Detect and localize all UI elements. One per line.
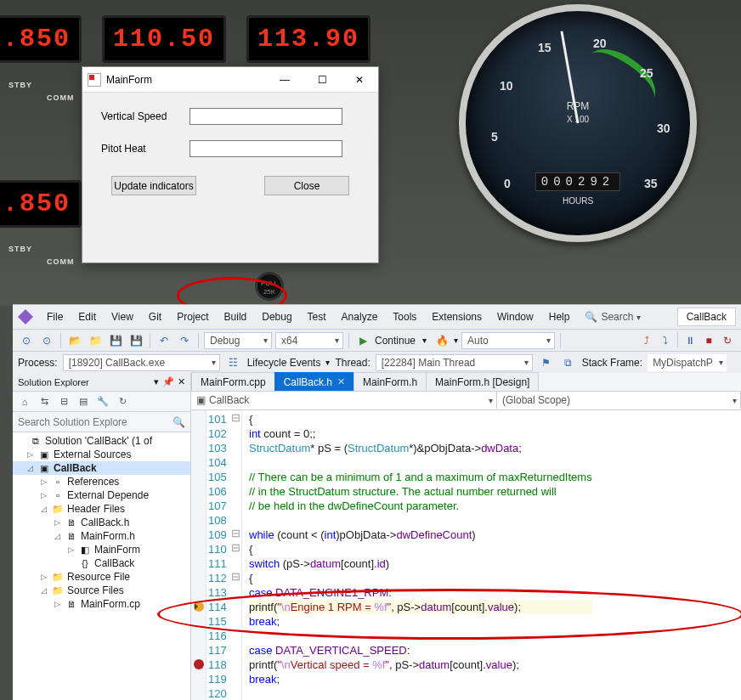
lifecycle-label[interactable]: Lifecycle Events: [247, 357, 321, 369]
menu-file[interactable]: File: [40, 308, 70, 326]
sync-icon[interactable]: ⇆: [36, 393, 53, 410]
solution-search-input[interactable]: [18, 416, 173, 428]
close-button[interactable]: Close: [264, 176, 349, 195]
platform-combo[interactable]: x64: [275, 332, 343, 349]
pitot-heat-input[interactable]: [189, 140, 342, 157]
step-over-icon[interactable]: ⤵: [657, 332, 674, 349]
code-line[interactable]: {: [249, 412, 592, 426]
code-line[interactable]: int count = 0;;: [249, 426, 592, 441]
pane-close-icon[interactable]: ✕: [178, 376, 185, 387]
code-line[interactable]: [249, 513, 592, 528]
code-line[interactable]: case DATA_VERTICAL_SPEED:: [249, 643, 592, 658]
solution-tree[interactable]: ⧉Solution 'CallBack' (1 of ▷▣External So…: [13, 432, 190, 700]
stackframe-combo[interactable]: MyDispatchP: [648, 354, 727, 371]
menu-build[interactable]: Build: [218, 308, 254, 326]
code-line[interactable]: printf("\nVertical speed = %f", pS->datu…: [249, 658, 592, 672]
new-icon[interactable]: 📂: [66, 332, 83, 349]
code-line[interactable]: {: [249, 542, 592, 556]
window-maximize-button[interactable]: ☐: [303, 67, 341, 93]
tree-external-sources[interactable]: External Sources: [54, 449, 131, 460]
continue-button[interactable]: ▶: [354, 332, 371, 349]
tree-callback-h[interactable]: CallBack.h: [81, 517, 129, 528]
code-line[interactable]: [249, 629, 592, 643]
code-line[interactable]: while (count < (int)pObjData->dwDefineCo…: [249, 528, 592, 542]
file-tab[interactable]: MainForm.h: [354, 372, 427, 391]
continue-label[interactable]: Continue: [375, 335, 416, 347]
menu-edit[interactable]: Edit: [71, 308, 103, 326]
file-tab[interactable]: MainForm.h [Design]: [426, 372, 539, 391]
code-line[interactable]: {: [249, 571, 592, 585]
undo-icon[interactable]: ↶: [156, 332, 173, 349]
restart-icon[interactable]: ↻: [719, 332, 736, 349]
update-indicators-button[interactable]: Update indicators: [111, 176, 196, 195]
tree-mainform-h[interactable]: MainForm.h: [81, 530, 135, 542]
pane-dropdown-icon[interactable]: ▾: [154, 376, 159, 387]
code-line[interactable]: break;: [249, 672, 592, 686]
pull-knob[interactable]: PULL 25K: [255, 272, 284, 301]
member-combo[interactable]: (Global Scope): [497, 392, 741, 409]
tree-resource-files[interactable]: Resource File: [67, 571, 130, 583]
vs-search[interactable]: 🔍 Search ▾: [585, 311, 641, 323]
lifecycle-icon[interactable]: ☷: [225, 354, 242, 371]
process-combo[interactable]: [18920] CallBack.exe: [63, 354, 220, 371]
menu-tools[interactable]: Tools: [386, 308, 423, 326]
stop-icon[interactable]: ■: [700, 332, 717, 349]
file-tab[interactable]: MainForm.cpp: [191, 372, 275, 391]
collapse-icon[interactable]: ⊟: [55, 393, 72, 410]
mainform-titlebar[interactable]: MainForm — ☐ ✕: [82, 67, 378, 93]
menu-project[interactable]: Project: [170, 308, 215, 326]
tab-close-icon[interactable]: ✕: [337, 376, 345, 387]
solution-selector[interactable]: CallBack: [677, 308, 736, 326]
menu-debug[interactable]: Debug: [255, 308, 298, 326]
save-icon[interactable]: 💾: [107, 332, 124, 349]
threads-icon[interactable]: ⧉: [560, 354, 577, 371]
hot-reload-icon[interactable]: 🔥: [433, 332, 450, 349]
step-out-icon[interactable]: ⤴: [638, 332, 655, 349]
breakpoint-icon[interactable]: [194, 659, 204, 669]
nav-back-icon[interactable]: ⊙: [18, 332, 35, 349]
pause-icon[interactable]: ⏸: [682, 332, 699, 349]
properties-icon[interactable]: 🔧: [94, 393, 111, 410]
window-minimize-button[interactable]: —: [266, 67, 303, 93]
save-all-icon[interactable]: 💾: [127, 332, 144, 349]
menu-window[interactable]: Window: [490, 308, 540, 326]
pin-icon[interactable]: 📌: [162, 376, 174, 387]
auto-combo[interactable]: Auto: [461, 332, 555, 349]
tree-project[interactable]: CallBack: [54, 462, 97, 474]
code-line[interactable]: [249, 455, 592, 470]
tree-mainform-cpp[interactable]: MainForm.cp: [81, 598, 140, 610]
search-icon[interactable]: 🔍: [173, 416, 185, 428]
menu-help[interactable]: Help: [542, 308, 577, 326]
tree-mainform-class[interactable]: MainForm: [94, 544, 140, 556]
code-line[interactable]: break;: [249, 614, 592, 629]
redo-icon[interactable]: ↷: [176, 332, 193, 349]
menu-test[interactable]: Test: [301, 308, 333, 326]
vertical-speed-input[interactable]: [189, 108, 342, 125]
menu-extensions[interactable]: Extensions: [425, 308, 489, 326]
show-all-icon[interactable]: ▤: [75, 393, 92, 410]
home-icon[interactable]: ⌂: [16, 393, 33, 410]
file-tab[interactable]: CallBack.h✕: [274, 372, 354, 391]
menu-view[interactable]: View: [105, 308, 140, 326]
code-line[interactable]: printf("\nEngine 1 RPM = %f", pS->datum[…: [249, 600, 592, 614]
flag-icon[interactable]: ⚑: [538, 354, 555, 371]
config-combo[interactable]: Debug: [204, 332, 272, 349]
tree-external-deps[interactable]: External Depende: [67, 489, 149, 501]
code-line[interactable]: switch (pS->datum[count].id): [249, 556, 592, 571]
code-line[interactable]: case DATA_ENGINE1_RPM:: [249, 585, 592, 600]
code-line[interactable]: // There can be a minimum of 1 and a max…: [249, 470, 592, 484]
thread-combo[interactable]: [22284] Main Thread: [376, 354, 533, 371]
code-editor[interactable]: 1011021031041051061071081091101111121131…: [191, 410, 741, 700]
tree-header-files[interactable]: Header Files: [67, 503, 125, 515]
code-line[interactable]: [249, 686, 592, 700]
open-icon[interactable]: 📁: [87, 332, 104, 349]
scope-combo[interactable]: ▣CallBack: [191, 392, 497, 409]
menu-analyze[interactable]: Analyze: [335, 308, 385, 326]
code-line[interactable]: // be held in the dwDefineCount paramete…: [249, 499, 592, 513]
refresh-icon[interactable]: ↻: [114, 393, 131, 410]
tree-references[interactable]: References: [67, 476, 119, 488]
menu-git[interactable]: Git: [142, 308, 168, 326]
tree-source-files[interactable]: Source Files: [67, 584, 124, 596]
window-close-button[interactable]: ✕: [341, 67, 378, 93]
code-line[interactable]: StructDatum* pS = (StructDatum*)&pObjDat…: [249, 441, 592, 455]
